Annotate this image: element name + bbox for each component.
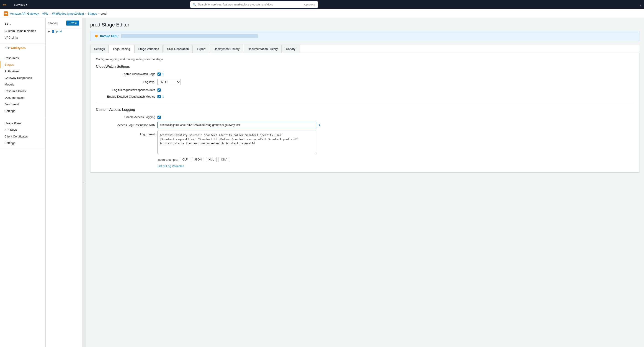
log-full-requests-checkbox[interactable]	[158, 89, 161, 92]
log-format-row: Log Format $context.identity.sourceIp $c…	[96, 131, 634, 154]
breadcrumb-api-name[interactable]: WildRydes (ympv2lofza)	[52, 12, 84, 15]
xml-button[interactable]: XML	[206, 157, 217, 162]
service-name-link[interactable]: Amazon API Gateway	[10, 12, 39, 15]
sidebar-item-resources[interactable]: Resources	[0, 55, 45, 61]
tab-sdk-generation[interactable]: SDK Generation	[163, 45, 192, 53]
log-format-control: $context.identity.sourceIp $context.iden…	[158, 131, 317, 154]
chevron-down-icon: ▾	[26, 3, 28, 7]
enable-cloudwatch-label: Enable CloudWatch Logs	[96, 72, 155, 76]
sidebar-item-authorizers[interactable]: Authorizers	[0, 68, 45, 75]
breadcrumb-stages[interactable]: Stages	[88, 12, 97, 15]
sidebar-item-documentation[interactable]: Documentation	[0, 94, 45, 101]
tab-canary[interactable]: Canary	[282, 45, 300, 53]
access-log-arn-row: Access Log Destination ARN ℹ	[96, 122, 634, 128]
search-icon: 🔍	[192, 3, 196, 7]
log-level-control: INFO OFF ERROR	[158, 79, 180, 85]
svg-text:aws: aws	[3, 4, 6, 6]
enable-access-logging-row: Enable Access Logging	[96, 115, 634, 119]
services-button[interactable]: Services ▾	[14, 3, 28, 7]
search-bar: 🔍 [Option+S]	[190, 1, 318, 8]
stage-user-icon: 👤	[52, 30, 55, 33]
sidebar-item-custom-domain-names[interactable]: Custom Domain Names	[0, 28, 45, 34]
panel-description: Configure logging and tracing settings f…	[96, 58, 634, 61]
sidebar-api-section: Resources Stages Authorizers Gateway Res…	[0, 52, 45, 117]
sidebar-item-api-keys[interactable]: API Keys	[0, 127, 45, 133]
custom-access-section-title: Custom Access Logging	[96, 108, 634, 112]
panel-toggle[interactable]: ‹	[82, 18, 86, 347]
sidebar-item-stages[interactable]: Stages	[0, 61, 45, 68]
breadcrumb-current: prod	[101, 12, 107, 15]
sidebar-top-section: APIs Custom Domain Names VPC Links	[0, 18, 45, 44]
stages-panel-title: Stages	[48, 22, 58, 25]
clf-button[interactable]: CLF	[180, 157, 190, 162]
content-area: prod Stage Editor Invoke URL: Settings L…	[86, 18, 644, 347]
enable-access-logging-label: Enable Access Logging	[96, 115, 155, 119]
log-full-requests-control	[158, 89, 161, 92]
log-level-select[interactable]: INFO OFF ERROR	[158, 79, 180, 85]
list-log-variables-link[interactable]: List of Log Variables	[158, 164, 634, 168]
sidebar-item-client-certificates[interactable]: Client Certificates	[0, 133, 45, 140]
create-stage-button[interactable]: Create	[66, 21, 79, 26]
tabs: Settings Logs/Tracing Stage Variables SD…	[90, 45, 640, 53]
access-log-arn-label: Access Log Destination ARN	[96, 123, 155, 127]
enable-detailed-metrics-checkbox[interactable]	[158, 95, 161, 98]
enable-access-logging-checkbox[interactable]	[158, 116, 161, 119]
enable-cloudwatch-checkbox[interactable]	[158, 73, 161, 76]
tab-deployment-history[interactable]: Deployment History	[210, 45, 244, 53]
search-shortcut: [Option+S]	[304, 3, 316, 6]
sidebar-item-vpc-links[interactable]: VPC Links	[0, 34, 45, 41]
access-log-arn-input[interactable]	[158, 122, 317, 128]
log-level-row: Log level INFO OFF ERROR	[96, 79, 634, 85]
search-input[interactable]	[198, 3, 302, 6]
enable-cloudwatch-row: Enable CloudWatch Logs ℹ	[96, 72, 634, 76]
nav-right: ?	[640, 3, 641, 7]
sidebar-item-gateway-responses[interactable]: Gateway Responses	[0, 75, 45, 81]
enable-cloudwatch-info-icon[interactable]: ℹ	[162, 72, 164, 76]
enable-detailed-metrics-row: Enable Detailed CloudWatch Metrics ℹ	[96, 95, 634, 98]
breadcrumb-apis[interactable]: APIs	[42, 12, 48, 15]
sidebar-item-apis[interactable]: APIs	[0, 21, 45, 28]
svg-rect-2	[6, 13, 7, 14]
aws-logo: aws	[3, 2, 10, 7]
access-log-arn-control: ℹ	[158, 122, 320, 128]
enable-access-logging-control	[158, 116, 161, 119]
tab-export[interactable]: Export	[193, 45, 210, 53]
tab-stage-variables[interactable]: Stage Variables	[134, 45, 163, 53]
sidebar-item-usage-plans[interactable]: Usage Plans	[0, 120, 45, 127]
tab-logs-tracing[interactable]: Logs/Tracing	[109, 45, 134, 53]
sidebar-item-dashboard[interactable]: Dashboard	[0, 101, 45, 108]
stage-item-prod[interactable]: ▶ 👤 prod	[46, 28, 82, 35]
log-format-textarea[interactable]: $context.identity.sourceIp $context.iden…	[158, 131, 317, 154]
enable-detailed-metrics-info-icon[interactable]: ℹ	[162, 95, 164, 98]
sidebar-api-header: API: WildRydes	[0, 44, 45, 52]
insert-example-label: Insert Example:	[158, 158, 178, 161]
sidebar-item-settings[interactable]: Settings	[0, 108, 45, 114]
api-gateway-logo: Amazon API Gateway	[4, 12, 39, 16]
sidebar-item-models[interactable]: Models	[0, 81, 45, 88]
json-button[interactable]: JSON	[192, 157, 204, 162]
log-full-requests-label: Log full requests/responses data	[96, 88, 155, 92]
tab-settings[interactable]: Settings	[90, 45, 109, 53]
log-level-label: Log level	[96, 80, 155, 84]
log-format-label: Log Format	[96, 131, 155, 136]
sidebar-item-resource-policy[interactable]: Resource Policy	[0, 88, 45, 94]
page-title: prod Stage Editor	[90, 22, 640, 28]
enable-cloudwatch-control: ℹ	[158, 72, 164, 76]
insert-example-row: Insert Example: CLF JSON XML CSV	[158, 157, 634, 162]
cloudwatch-section-title: CloudWatch Settings	[96, 65, 634, 69]
sidebar-api-name: WildRydes	[10, 46, 26, 50]
enable-detailed-metrics-control: ℹ	[158, 95, 164, 98]
collapse-arrow-icon: ▶	[48, 30, 50, 33]
sidebar-bottom-section: Usage Plans API Keys Client Certificates…	[0, 117, 45, 149]
svg-rect-1	[4, 13, 6, 14]
breadcrumb-sep-3: ›	[98, 12, 99, 15]
access-log-arn-info-icon[interactable]: ℹ	[319, 123, 320, 127]
csv-button[interactable]: CSV	[218, 157, 229, 162]
tab-documentation-history[interactable]: Documentation History	[244, 45, 282, 53]
top-navigation: aws Services ▾ 🔍 [Option+S] ?	[0, 0, 644, 9]
services-label: Services	[14, 3, 25, 7]
logs-tracing-panel: Configure logging and tracing settings f…	[90, 53, 640, 173]
sidebar-item-settings-global[interactable]: Settings	[0, 140, 45, 146]
sidebar: APIs Custom Domain Names VPC Links API: …	[0, 18, 46, 347]
stages-panel: Stages Create ▶ 👤 prod	[46, 18, 82, 347]
